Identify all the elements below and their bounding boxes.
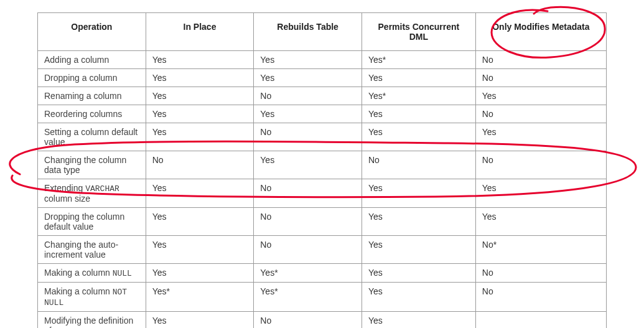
text-token: Adding a column	[44, 55, 109, 65]
cell-in_place: Yes	[146, 87, 254, 105]
table-row: Dropping the column default valueYesNoYe…	[38, 208, 607, 236]
table-row: Setting a column default valueYesNoYesYe…	[38, 123, 607, 151]
cell-operation: Dropping the column default value	[38, 208, 146, 236]
cell-in_place: Yes	[146, 105, 254, 123]
cell-metadata: No	[475, 69, 606, 87]
text-token: Setting a column default value	[44, 127, 138, 147]
cell-rebuilds: No	[254, 312, 362, 329]
text-token: Making a column	[44, 286, 113, 296]
code-token: NULL	[113, 269, 132, 278]
cell-rebuilds: Yes*	[254, 264, 362, 283]
cell-operation: Renaming a column	[38, 87, 146, 105]
cell-concurrent: Yes	[362, 105, 475, 123]
cell-rebuilds: Yes	[254, 69, 362, 87]
cell-in_place: Yes	[146, 179, 254, 208]
cell-operation: Changing the auto-increment value	[38, 236, 146, 264]
table-row: Changing the column data typeNoYesNoNo	[38, 151, 607, 179]
cell-metadata: No	[475, 264, 606, 283]
col-header-rebuilds: Rebuilds Table	[254, 13, 362, 51]
cell-in_place: Yes	[146, 208, 254, 236]
table-row: Making a column NOT NULLYes*Yes*YesNo	[38, 283, 607, 312]
cell-rebuilds: No	[254, 123, 362, 151]
cell-concurrent: No	[362, 151, 475, 179]
text-token: Changing the auto-increment value	[44, 240, 118, 260]
cell-metadata: No	[475, 105, 606, 123]
cell-rebuilds: No	[254, 179, 362, 208]
text-token: Renaming a column	[44, 91, 122, 101]
cell-operation: Dropping a column	[38, 69, 146, 87]
cell-rebuilds: No	[254, 87, 362, 105]
text-token: Reordering columns	[44, 109, 122, 119]
cell-metadata: Yes	[475, 179, 606, 208]
cell-metadata	[475, 312, 606, 329]
cell-concurrent: Yes	[362, 236, 475, 264]
table-row: Modifying the definition of an ENUM or S…	[38, 312, 607, 329]
cell-metadata: Yes	[475, 87, 606, 105]
code-token: VARCHAR	[85, 184, 119, 194]
table-row: Renaming a columnYesNoYes*Yes	[38, 87, 607, 105]
cell-in_place: Yes	[146, 264, 254, 283]
col-header-metadata: Only Modifies Metadata	[475, 13, 606, 51]
cell-concurrent: Yes	[362, 123, 475, 151]
cell-in_place: Yes	[146, 51, 254, 69]
cell-concurrent: Yes	[362, 312, 475, 329]
cell-in_place: Yes*	[146, 283, 254, 312]
table-row: Adding a columnYesYesYes*No	[38, 51, 607, 69]
text-token: Dropping the column default value	[44, 212, 124, 232]
ddl-operations-table: Operation In Place Rebuilds Table Permit…	[37, 12, 607, 328]
cell-in_place: Yes	[146, 312, 254, 329]
cell-metadata: Yes	[475, 208, 606, 236]
cell-metadata: No	[475, 51, 606, 69]
table-row: Dropping a columnYesYesYesNo	[38, 69, 607, 87]
cell-concurrent: Yes	[362, 179, 475, 208]
cell-metadata: No	[475, 151, 606, 179]
col-header-concurrent-dml: Permits Concurrent DML	[362, 13, 475, 51]
cell-in_place: Yes	[146, 236, 254, 264]
cell-rebuilds: Yes	[254, 151, 362, 179]
cell-concurrent: Yes	[362, 208, 475, 236]
cell-rebuilds: Yes	[254, 51, 362, 69]
text-token: Making a column	[44, 268, 113, 278]
text-token: Extending	[44, 183, 85, 193]
table-header-row: Operation In Place Rebuilds Table Permit…	[38, 13, 607, 51]
cell-operation: Making a column NULL	[38, 264, 146, 283]
cell-rebuilds: No	[254, 236, 362, 264]
cell-rebuilds: Yes*	[254, 283, 362, 312]
cell-metadata: No*	[475, 236, 606, 264]
cell-operation: Reordering columns	[38, 105, 146, 123]
table-row: Making a column NULLYesYes*YesNo	[38, 264, 607, 283]
cell-concurrent: Yes*	[362, 87, 475, 105]
cell-operation: Changing the column data type	[38, 151, 146, 179]
cell-concurrent: Yes	[362, 283, 475, 312]
table-row: Extending VARCHAR column sizeYesNoYesYes	[38, 179, 607, 208]
col-header-operation: Operation	[38, 13, 146, 51]
text-token: column size	[44, 194, 90, 204]
cell-metadata: Yes	[475, 123, 606, 151]
cell-operation: Setting a column default value	[38, 123, 146, 151]
cell-operation: Making a column NOT NULL	[38, 283, 146, 312]
cell-in_place: Yes	[146, 123, 254, 151]
cell-rebuilds: No	[254, 208, 362, 236]
cell-in_place: No	[146, 151, 254, 179]
cell-concurrent: Yes	[362, 69, 475, 87]
text-token: Dropping a column	[44, 73, 118, 83]
cell-operation: Modifying the definition of an ENUM or S…	[38, 312, 146, 329]
text-token: or	[85, 326, 98, 328]
table-row: Reordering columnsYesYesYesNo	[38, 105, 607, 123]
cell-rebuilds: Yes	[254, 105, 362, 123]
cell-in_place: Yes	[146, 69, 254, 87]
text-token: Changing the column data type	[44, 155, 126, 175]
cell-operation: Adding a column	[38, 51, 146, 69]
cell-concurrent: Yes*	[362, 51, 475, 69]
col-header-inplace: In Place	[146, 13, 254, 51]
table-row: Changing the auto-increment valueYesNoYe…	[38, 236, 607, 264]
cell-operation: Extending VARCHAR column size	[38, 179, 146, 208]
cell-concurrent: Yes	[362, 264, 475, 283]
cell-metadata: No	[475, 283, 606, 312]
